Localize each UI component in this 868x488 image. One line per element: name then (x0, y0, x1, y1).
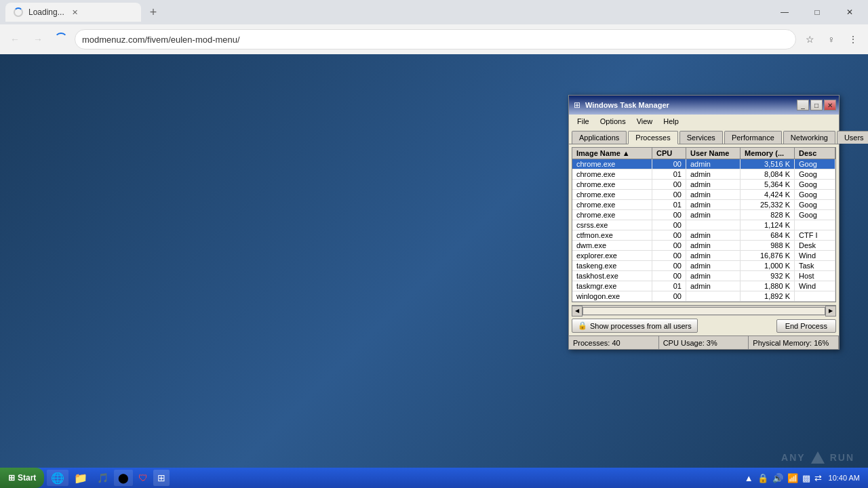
status-processes: Processes: 40 (569, 336, 659, 349)
taskbar-folder-button[interactable]: 📁 (70, 470, 92, 486)
show-all-icon: 🔒 (578, 321, 587, 330)
tm-minimize-button[interactable]: _ (797, 100, 809, 110)
taskbar-ie-button[interactable]: 🌐 (47, 470, 68, 486)
tab-networking[interactable]: Networking (783, 131, 835, 144)
start-icon: ⊞ (8, 473, 15, 483)
tm-menu-view[interactable]: View (631, 116, 658, 127)
process-row-7[interactable]: ctfmon.exe00admin684 KCTF I (572, 230, 835, 241)
address-bar[interactable]: modmenuz.com/fivem/eulen-mod-menu/ (75, 29, 796, 49)
forward-button[interactable]: → (28, 30, 47, 49)
process-row-4[interactable]: chrome.exe01admin25,332 KGoog (572, 200, 835, 210)
tm-table-body: chrome.exe00admin3,516 KGoogchrome.exe01… (572, 159, 835, 302)
process-row-11[interactable]: taskhost.exe00admin932 KHost (572, 271, 835, 281)
col-desc[interactable]: Desc (795, 148, 835, 159)
browser-window-controls: — □ ✕ (769, 0, 868, 24)
back-button[interactable]: ← (5, 30, 24, 49)
browser-close-button[interactable]: ✕ (834, 0, 865, 24)
process-cell-9-3: 16,876 K (741, 251, 795, 260)
hscroll-right-button[interactable]: ▶ (825, 306, 836, 317)
process-cell-11-1: 00 (652, 271, 686, 281)
browser-maximize-button[interactable]: □ (802, 0, 833, 24)
taskbar-av-button[interactable]: 🛡 (134, 470, 152, 486)
process-cell-10-4: Task (795, 261, 835, 270)
process-row-1[interactable]: chrome.exe01admin8,084 KGoog (572, 169, 835, 180)
tray-security-icon: 🔒 (757, 473, 768, 483)
tray-sync-icon: ⇄ (814, 473, 822, 483)
tm-hscrollbar[interactable]: ◀ ▶ (572, 305, 836, 316)
process-cell-3-3: 4,424 K (741, 190, 795, 199)
taskbar-media-button[interactable]: 🎵 (93, 470, 113, 486)
process-row-6[interactable]: csrss.exe001,124 K (572, 220, 835, 230)
tab-performance[interactable]: Performance (724, 131, 782, 144)
reload-button[interactable] (54, 33, 68, 46)
tab-users[interactable]: Users (837, 131, 868, 144)
process-cell-6-4 (795, 220, 835, 230)
bookmark-button[interactable]: ☆ (800, 30, 819, 49)
process-cell-1-4: Goog (795, 169, 835, 179)
process-cell-7-0: ctfmon.exe (572, 230, 652, 240)
account-button[interactable]: ♀ (822, 30, 841, 49)
status-cpu: CPU Usage: 3% (659, 336, 749, 349)
process-cell-12-0: taskmgr.exe (572, 281, 652, 291)
taskbar-chrome-button[interactable]: ⬤ (114, 470, 133, 486)
taskbar-tm-button[interactable]: ⊞ (153, 470, 170, 486)
col-cpu[interactable]: CPU (652, 148, 686, 159)
col-image-name[interactable]: Image Name ▲ (572, 148, 652, 159)
tab-services[interactable]: Services (679, 131, 723, 144)
process-row-3[interactable]: chrome.exe00admin4,424 KGoog (572, 190, 835, 200)
tab-processes[interactable]: Processes (628, 131, 677, 144)
process-row-2[interactable]: chrome.exe00admin5,364 KGoog (572, 180, 835, 190)
menu-button[interactable]: ⋮ (844, 30, 863, 49)
col-user[interactable]: User Name (686, 148, 741, 159)
process-cell-8-0: dwm.exe (572, 241, 652, 250)
tm-menu-help[interactable]: Help (658, 116, 684, 127)
process-cell-8-2: admin (686, 241, 741, 250)
process-row-13[interactable]: winlogon.exe001,892 K (572, 291, 835, 302)
tray-expand-icon[interactable]: ▲ (745, 473, 753, 483)
hscroll-track[interactable] (583, 307, 825, 315)
tab-close-button[interactable]: ✕ (70, 7, 81, 18)
tab-loading-spinner (14, 7, 23, 17)
process-cell-2-2: admin (686, 180, 741, 189)
folder-icon: 📁 (74, 472, 87, 485)
process-cell-4-1: 01 (652, 200, 686, 209)
tm-status-bar: Processes: 40 CPU Usage: 3% Physical Mem… (569, 336, 839, 349)
tray-network-icon[interactable]: 📶 (787, 473, 798, 483)
process-cell-7-2: admin (686, 230, 741, 240)
hscroll-left-button[interactable]: ◀ (572, 306, 583, 317)
process-row-12[interactable]: taskmgr.exe01admin1,880 KWind (572, 281, 835, 291)
process-row-0[interactable]: chrome.exe00admin3,516 KGoog (572, 159, 835, 169)
browser-minimize-button[interactable]: — (769, 0, 800, 24)
process-cell-5-1: 00 (652, 210, 686, 220)
process-cell-8-1: 00 (652, 241, 686, 250)
new-tab-button[interactable]: + (144, 3, 163, 22)
tm-close-button[interactable]: ✕ (824, 100, 836, 110)
address-url: modmenuz.com/fivem/eulen-mod-menu/ (82, 35, 240, 45)
ie-icon: 🌐 (51, 472, 64, 485)
process-cell-0-0: chrome.exe (572, 159, 652, 169)
process-row-8[interactable]: dwm.exe00admin988 KDesk (572, 241, 835, 251)
process-cell-10-0: taskeng.exe (572, 261, 652, 270)
process-row-10[interactable]: taskeng.exe00admin1,000 KTask (572, 261, 835, 271)
watermark-logo (810, 451, 826, 464)
process-cell-8-3: 988 K (741, 241, 795, 250)
process-cell-9-4: Wind (795, 251, 835, 260)
tm-menu-options[interactable]: Options (595, 116, 631, 127)
process-row-9[interactable]: explorer.exe00admin16,876 KWind (572, 251, 835, 261)
col-memory[interactable]: Memory (... (741, 148, 795, 159)
tm-menu-file[interactable]: File (572, 116, 595, 127)
end-process-button[interactable]: End Process (776, 319, 836, 333)
process-cell-9-0: explorer.exe (572, 251, 652, 260)
process-row-5[interactable]: chrome.exe00admin828 KGoog (572, 210, 835, 220)
taskbar-apps: 🌐 📁 🎵 ⬤ 🛡 ⊞ (44, 470, 738, 486)
tm-maximize-button[interactable]: □ (810, 100, 823, 110)
tab-applications[interactable]: Applications (572, 131, 627, 144)
tm-app-icon: ⊞ (572, 100, 583, 110)
start-button[interactable]: ⊞ Start (0, 468, 44, 488)
watermark-run-text: RUN (830, 452, 854, 463)
browser-tab[interactable]: Loading... ✕ (5, 3, 141, 22)
tray-volume-icon[interactable]: 🔊 (772, 473, 783, 483)
show-all-processes-button[interactable]: 🔒 Show processes from all users (572, 319, 698, 333)
browser-toolbar: ← → modmenuz.com/fivem/eulen-mod-menu/ ☆… (0, 24, 868, 54)
process-cell-10-3: 1,000 K (741, 261, 795, 270)
